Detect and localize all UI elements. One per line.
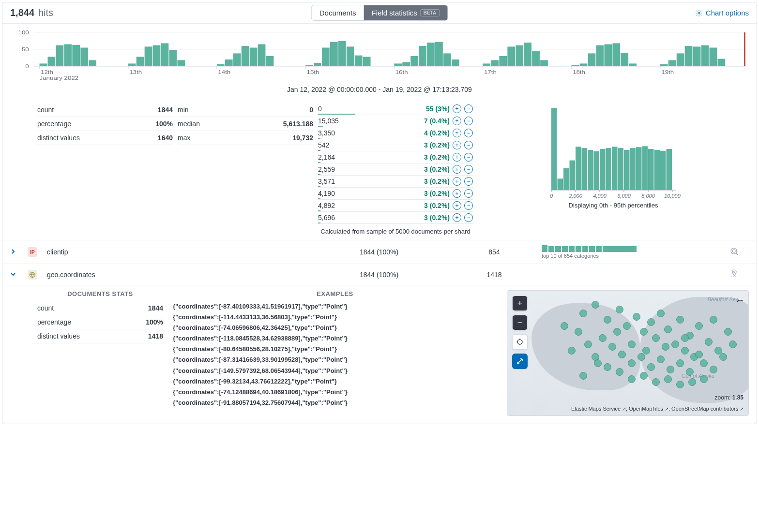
svg-rect-33 bbox=[322, 48, 330, 67]
top-value-row: 0 55 (3%) + − bbox=[318, 103, 473, 115]
svg-rect-50 bbox=[507, 46, 515, 66]
expand-toggle-clientip[interactable] bbox=[10, 248, 24, 256]
map-back-button[interactable]: ⤺ bbox=[736, 296, 744, 306]
svg-rect-58 bbox=[596, 45, 604, 66]
stat-row: max19,732 bbox=[178, 131, 313, 145]
svg-rect-98 bbox=[606, 148, 612, 190]
svg-text:6,000: 6,000 bbox=[617, 193, 631, 199]
svg-rect-10 bbox=[64, 44, 72, 67]
svg-rect-93 bbox=[576, 147, 581, 190]
lens-action-icon[interactable] bbox=[729, 247, 749, 258]
svg-rect-55 bbox=[572, 65, 579, 66]
example-item: {"coordinates":[-91.88057194,32.75607944… bbox=[173, 398, 497, 408]
svg-rect-17 bbox=[145, 46, 152, 66]
svg-rect-27 bbox=[250, 48, 258, 67]
stats-left: count1844percentage100%distinct values16… bbox=[37, 103, 173, 235]
svg-rect-94 bbox=[582, 148, 588, 190]
svg-rect-54 bbox=[540, 60, 548, 66]
filter-out-icon[interactable]: − bbox=[464, 177, 473, 186]
tab-field-statistics[interactable]: Field statistics BETA bbox=[364, 5, 448, 20]
svg-rect-90 bbox=[558, 178, 563, 190]
svg-text:0: 0 bbox=[550, 193, 553, 199]
header-bar: 1,844 hits Documents Field statistics BE… bbox=[2, 2, 757, 24]
svg-rect-11 bbox=[72, 45, 80, 66]
svg-rect-43 bbox=[427, 43, 435, 66]
filter-in-icon[interactable]: + bbox=[453, 104, 461, 113]
map-action-icon[interactable] bbox=[729, 269, 749, 280]
filter-in-icon[interactable]: + bbox=[453, 189, 461, 198]
attr-elastic[interactable]: Elastic Maps Service bbox=[571, 406, 626, 412]
svg-rect-103 bbox=[636, 147, 642, 190]
svg-rect-67 bbox=[693, 46, 701, 66]
svg-rect-108 bbox=[667, 149, 672, 190]
filter-out-icon[interactable]: − bbox=[464, 165, 473, 174]
chart-options-button[interactable]: Chart options bbox=[695, 9, 749, 17]
doc-stats-title: DOCUMENTS STATS bbox=[37, 290, 163, 297]
svg-rect-47 bbox=[483, 63, 490, 66]
map-widget[interactable]: Beaufort Sea Gulf of Alaska + − ⤺ zoom: bbox=[507, 290, 749, 416]
svg-rect-34 bbox=[330, 42, 338, 66]
svg-rect-65 bbox=[677, 53, 684, 66]
svg-rect-28 bbox=[258, 44, 266, 67]
filter-out-icon[interactable]: − bbox=[464, 201, 473, 210]
svg-point-125 bbox=[734, 271, 735, 273]
top-value-row: 542 3 (0.2%) + − bbox=[318, 139, 473, 151]
ip-type-icon: IP bbox=[28, 247, 37, 257]
gear-icon bbox=[695, 9, 703, 17]
svg-rect-40 bbox=[402, 62, 410, 66]
filter-in-icon[interactable]: + bbox=[453, 117, 461, 125]
filter-out-icon[interactable]: − bbox=[464, 129, 473, 137]
filter-in-icon[interactable]: + bbox=[453, 165, 461, 174]
svg-rect-56 bbox=[580, 63, 588, 66]
svg-rect-53 bbox=[532, 51, 540, 67]
chevron-down-icon bbox=[10, 271, 16, 277]
filter-in-icon[interactable]: + bbox=[453, 153, 461, 162]
filter-in-icon[interactable]: + bbox=[453, 201, 461, 210]
svg-rect-31 bbox=[305, 65, 313, 66]
svg-rect-70 bbox=[718, 59, 726, 66]
svg-text:12th: 12th bbox=[41, 69, 53, 75]
svg-rect-38 bbox=[363, 57, 371, 66]
top-value-row: 15,035 7 (0.4%) + − bbox=[318, 115, 473, 127]
svg-text:18th: 18th bbox=[573, 69, 585, 75]
filter-in-icon[interactable]: + bbox=[453, 177, 461, 186]
filter-in-icon[interactable]: + bbox=[453, 213, 461, 222]
map-zoom-in[interactable]: + bbox=[512, 296, 528, 311]
tab-documents[interactable]: Documents bbox=[312, 5, 364, 20]
svg-rect-26 bbox=[242, 46, 249, 66]
example-item: {"coordinates":[-87.40109333,41.51961917… bbox=[173, 301, 497, 312]
hits-label: hits bbox=[38, 7, 53, 18]
svg-text:14th: 14th bbox=[218, 69, 230, 75]
top-value-row: 5,696 3 (0.2%) + − bbox=[318, 212, 473, 224]
filter-out-icon[interactable]: − bbox=[464, 141, 473, 149]
filter-out-icon[interactable]: − bbox=[464, 213, 473, 222]
example-item: {"coordinates":[-74.06596806,42.36425],"… bbox=[173, 323, 497, 333]
attr-openmaptiles[interactable]: OpenMapTiles bbox=[629, 406, 668, 412]
filter-out-icon[interactable]: − bbox=[464, 153, 473, 162]
map-zoom-out[interactable]: − bbox=[512, 315, 528, 330]
svg-rect-23 bbox=[217, 64, 225, 66]
filter-out-icon[interactable]: − bbox=[464, 189, 473, 198]
filter-in-icon[interactable]: + bbox=[453, 141, 461, 149]
examples-title: EXAMPLES bbox=[173, 290, 497, 297]
example-item: {"coordinates":[-99.32134,43.76612222],"… bbox=[173, 376, 497, 387]
map-locate[interactable] bbox=[512, 334, 528, 350]
field-distinct-clientip: 854 bbox=[451, 248, 538, 256]
filter-out-icon[interactable]: − bbox=[464, 117, 473, 125]
map-fullscreen[interactable] bbox=[512, 354, 528, 369]
chevron-right-icon bbox=[10, 249, 16, 254]
expand-icon bbox=[516, 357, 524, 365]
svg-rect-19 bbox=[161, 43, 169, 66]
expand-toggle-geo[interactable] bbox=[10, 271, 24, 279]
filter-out-icon[interactable]: − bbox=[464, 104, 473, 113]
svg-rect-42 bbox=[419, 46, 426, 66]
svg-rect-46 bbox=[452, 59, 459, 66]
top-value-row: 2,164 3 (0.2%) + − bbox=[318, 151, 473, 163]
svg-rect-39 bbox=[394, 63, 402, 66]
attr-osm[interactable]: OpenStreetMap contributors bbox=[671, 406, 744, 412]
svg-rect-104 bbox=[642, 146, 648, 190]
svg-rect-44 bbox=[435, 42, 443, 66]
filter-in-icon[interactable]: + bbox=[453, 129, 461, 137]
svg-rect-59 bbox=[604, 44, 612, 67]
svg-text:16th: 16th bbox=[395, 69, 408, 75]
